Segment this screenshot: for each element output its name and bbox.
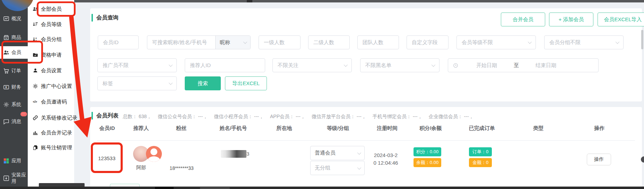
sidebar-item-qualification[interactable]: 资格申请 xyxy=(33,50,73,60)
sidebar-item-messages[interactable]: 消息 ··· xyxy=(0,115,28,128)
referrer-id-input[interactable]: 推荐人ID xyxy=(185,58,265,72)
shop-bag-icon xyxy=(3,34,9,41)
blacklist-select[interactable]: 不限黑名单 xyxy=(360,58,440,72)
person-icon xyxy=(33,68,38,73)
member-stats: 总数： 638， 微信公众号会员： ---， 微信小程序会员： ---， APP… xyxy=(123,114,474,120)
import-excel-button[interactable]: 会员EXCEL导入 xyxy=(598,13,644,26)
sidebar-item-member-group[interactable]: A Z 会员分组 xyxy=(33,34,73,44)
tag-select[interactable]: 标签 xyxy=(97,76,177,90)
sidebar-item-account-cancel[interactable]: 账号注销管理 xyxy=(33,142,73,153)
orders-badge: 订单：0 xyxy=(469,147,492,156)
sidebar-item-finance[interactable]: ¥ 财务 xyxy=(0,81,28,93)
chat-bubble-icon xyxy=(3,118,9,125)
app-sidebar: 概况 商品 会员 订单 ¥ 财务 系统 消息 ··· xyxy=(0,0,28,189)
code-icon: </> xyxy=(33,99,38,105)
chevron-down-icon xyxy=(357,150,361,154)
members-icon xyxy=(3,49,9,56)
sidebar-item-members[interactable]: 会员 xyxy=(0,46,28,59)
overview-chart-icon xyxy=(3,16,9,22)
registration-time: 2024-03-2 0 12:04:46 xyxy=(374,151,398,167)
message-badge: ··· xyxy=(20,112,27,116)
promoter-select[interactable]: 推广员不限 xyxy=(97,58,177,72)
col-completed-orders: 已完成订单 xyxy=(469,125,495,132)
member-id-input[interactable]: 会员ID xyxy=(98,35,139,49)
stat-phone-bound: 手机号绑定会员： ---， xyxy=(373,114,423,120)
add-member-button[interactable]: + 添加会员 xyxy=(549,13,593,26)
name-visible-char: 3 xyxy=(246,151,249,157)
sidebar-item-member-level[interactable]: 会员等级 xyxy=(33,19,73,30)
chevron-down-icon xyxy=(169,81,173,85)
row-action-button[interactable]: 操作 xyxy=(587,154,611,165)
browser-top-strip xyxy=(74,0,644,2)
col-fans: 粉丝 xyxy=(176,125,186,132)
money-icon: ¥ xyxy=(3,84,9,90)
vertical-scrollbar[interactable] xyxy=(641,30,643,49)
search-button[interactable]: 搜索 xyxy=(185,76,221,90)
team-count-input[interactable]: 团队人数 xyxy=(357,35,399,49)
date-start-field[interactable]: 开始日期 xyxy=(476,62,497,69)
member-group-select[interactable]: 会员分组不限 xyxy=(544,35,624,49)
chevron-down-icon xyxy=(616,40,619,44)
folder-check-icon xyxy=(33,52,38,58)
sidebar-item-all-members[interactable]: 全部会员 xyxy=(33,4,73,14)
search-input-group[interactable]: 可搜索昵称/姓名/手机号 昵称 xyxy=(147,35,251,49)
chevron-down-icon xyxy=(169,63,173,67)
chevron-down-icon xyxy=(528,40,532,44)
merge-members-button[interactable]: 合并会员 xyxy=(501,13,545,26)
amount-badge: 金额：0 xyxy=(469,158,492,167)
bottom-strip xyxy=(0,187,644,189)
level1-count-input[interactable]: 一级人数 xyxy=(259,35,301,49)
sidebar-item-orders[interactable]: 订单 xyxy=(0,65,28,77)
col-name-phone: 姓名/手机号 xyxy=(219,125,247,132)
col-location: 所在地 xyxy=(277,125,292,132)
row-level-select[interactable]: 普通会员 xyxy=(310,146,365,160)
stat-app: APP会员： ---， xyxy=(270,114,305,120)
search-input[interactable]: 可搜索昵称/姓名/手机号 xyxy=(147,39,215,46)
member-submenu: 全部会员 会员等级 A Z 会员分组 资格申请 会员设置 推广中心设置 </> … xyxy=(28,0,74,189)
date-range-picker[interactable]: 开始日期 至 结束日期 xyxy=(448,58,599,72)
chevron-down-icon xyxy=(344,63,348,67)
custom-field-input[interactable]: 自定义字段 xyxy=(407,35,449,49)
sidebar-item-merge-log[interactable]: 会员合并记录 xyxy=(33,128,73,138)
sidebar-item-member-settings[interactable]: 会员设置 xyxy=(33,65,73,76)
member-query-card: 会员查询 合并会员 + 添加会员 会员EXCEL导入 会员ID 可搜索昵称/姓名… xyxy=(90,8,642,101)
svg-text:A: A xyxy=(35,37,37,39)
row-group-select[interactable]: 无分组 xyxy=(310,161,365,175)
sidebar-item-relation-log[interactable]: 关系链修改记录 xyxy=(33,113,73,123)
member-level-select[interactable]: 会员等级不限 xyxy=(456,35,536,49)
install-download-icon xyxy=(3,175,9,181)
chevron-down-icon xyxy=(243,40,247,44)
gear-icon xyxy=(33,83,38,89)
svg-text:Z: Z xyxy=(35,40,37,42)
link-icon xyxy=(33,115,38,121)
sidebar-item-overview[interactable]: 概况 xyxy=(0,13,28,25)
header-divider xyxy=(97,140,635,141)
bottom-strip-mark xyxy=(155,187,174,189)
search-type-select[interactable]: 昵称 xyxy=(215,36,250,49)
points-badge: 积分：0.00 xyxy=(414,147,441,156)
col-type: 类型 xyxy=(533,125,543,132)
sidebar-item-invite-code[interactable]: </> 会员邀请码 xyxy=(33,97,73,107)
chevron-down-icon xyxy=(432,63,435,67)
stat-mini-program: 微信小程序会员： ---， xyxy=(214,114,264,120)
main-content: 会员查询 合并会员 + 添加会员 会员EXCEL导入 会员ID 可搜索昵称/姓名… xyxy=(74,0,644,189)
apps-grid-icon xyxy=(3,158,9,164)
list-card-title: 会员列表 xyxy=(96,112,119,120)
sidebar-item-promo-settings[interactable]: 推广中心设置 xyxy=(33,81,73,91)
top-strip-mark xyxy=(247,0,252,2)
chevron-down-icon xyxy=(357,165,361,169)
export-excel-button[interactable]: 导出EXCEL xyxy=(225,76,267,90)
sidebar-item-install-app[interactable]: 安装应用 xyxy=(0,172,28,184)
stat-open-platform: 微信开放平台会员： ---， xyxy=(312,114,366,120)
svg-text:</>: </> xyxy=(33,100,37,104)
level2-count-input[interactable]: 二级人数 xyxy=(308,35,350,49)
stat-total: 总数： 638， xyxy=(123,114,151,120)
follow-select[interactable]: 不限关注 xyxy=(272,58,352,72)
bottom-strip-mark xyxy=(200,187,230,189)
sidebar-item-apps[interactable]: 应用 xyxy=(0,155,28,167)
sidebar-item-goods[interactable]: 商品 xyxy=(0,31,28,44)
date-end-field[interactable]: 结束日期 xyxy=(536,62,556,69)
sidebar-item-system[interactable]: 系统 xyxy=(0,98,28,111)
member-id-value: 123533 xyxy=(98,155,115,161)
col-points-balance: 积分/余额 xyxy=(419,125,442,132)
